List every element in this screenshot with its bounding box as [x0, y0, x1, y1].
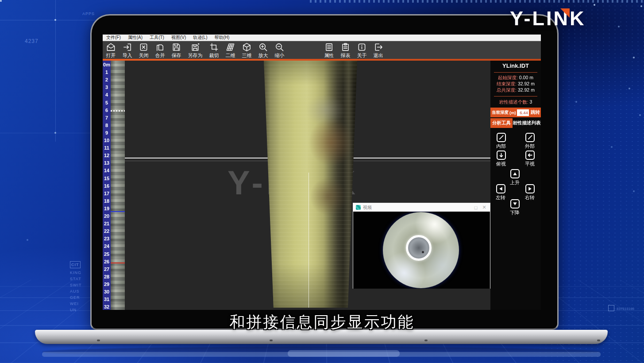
zoom-in-button[interactable]: 放大	[255, 42, 271, 59]
ruler-label: 9	[103, 130, 111, 136]
merge-icon	[155, 42, 165, 52]
ruler-label: 27	[103, 266, 111, 272]
borehole-cylinder-image	[264, 61, 357, 308]
move-up-button[interactable]: 上升	[505, 169, 525, 186]
report-button[interactable]: 报表	[337, 42, 354, 59]
file-title: YLink.IDT	[490, 62, 541, 69]
grid-2d-icon	[226, 42, 235, 52]
ruler-label: 22	[103, 228, 111, 234]
up-arrow-icon	[510, 169, 520, 178]
properties-button[interactable]: 属性	[321, 42, 337, 59]
core-image-strip	[111, 61, 125, 310]
background-label-apps: APPS	[82, 12, 95, 16]
ruler-label: 30	[103, 289, 111, 295]
save-icon	[172, 42, 181, 52]
zoom-in-icon	[258, 42, 268, 52]
interior-view-button[interactable]: 内部	[491, 133, 511, 150]
merge-button[interactable]: 合并	[152, 42, 168, 59]
crosshair-vertical-line	[309, 173, 309, 308]
menu-item-help[interactable]: 帮助(H)	[211, 35, 233, 41]
litho-count-row: 岩性描述个数: 3	[490, 99, 541, 105]
ruler-label: 0m	[103, 62, 111, 68]
blue-depth-marker	[111, 211, 125, 212]
ruler-label: 2	[103, 77, 111, 83]
ruler-label: 14	[103, 168, 111, 174]
divider	[494, 96, 537, 97]
level-view-button[interactable]: 平视	[520, 151, 540, 167]
background-label-4237: 4237	[25, 38, 39, 44]
menu-item-view[interactable]: 视图(V)	[168, 35, 189, 41]
save-button[interactable]: 保存	[168, 42, 185, 59]
current-depth-input[interactable]	[517, 109, 529, 116]
edit-exterior-icon	[525, 133, 535, 142]
view-3d-button[interactable]: 三维	[239, 42, 255, 59]
menu-item-attribute[interactable]: 属性(A)	[124, 35, 146, 41]
open-button[interactable]: 打开	[103, 42, 119, 59]
close-icon[interactable]: ✕	[481, 205, 487, 210]
edit-interior-icon	[497, 133, 506, 142]
top-view-button[interactable]: 俯视	[491, 151, 511, 167]
current-depth-marker	[111, 110, 125, 112]
close-file-button[interactable]: 关闭	[135, 42, 152, 59]
video-app-icon	[356, 205, 361, 210]
borehole-camera-circle	[383, 212, 459, 288]
save-as-icon	[191, 42, 200, 52]
ruler-label: 6	[103, 108, 111, 113]
crop-button[interactable]: 裁切	[206, 42, 222, 59]
zoom-out-button[interactable]: 缩小	[271, 42, 288, 59]
panel-tabs: 分析工具 岩性描述列表	[490, 118, 541, 128]
crop-icon	[209, 42, 219, 52]
ruler-label: 19	[103, 206, 111, 212]
ruler-label: 16	[103, 183, 111, 189]
about-button[interactable]: 关于	[354, 42, 370, 59]
ruler-label: 8	[103, 123, 111, 128]
open-icon	[106, 42, 116, 52]
tab-analysis-tools[interactable]: 分析工具	[490, 118, 513, 128]
ruler-label: 32	[103, 304, 111, 310]
right-panel: YLink.IDT 起始深度: 0.00 m 结束深度: 32.92 m 总共深…	[490, 61, 541, 310]
report-icon	[341, 42, 350, 52]
view-2d-button[interactable]: 二维	[222, 42, 239, 59]
ruler-label: 10	[103, 138, 111, 143]
menu-item-track[interactable]: 轨迹(L)	[189, 35, 211, 41]
current-depth-bar: 当前深度 (m) 跳转	[490, 108, 541, 117]
video-window-titlebar[interactable]: 视频 □ ✕	[353, 203, 490, 212]
brand-logo: Y-LINK	[510, 7, 586, 30]
ruler-label: 13	[103, 160, 111, 166]
ruler-label: 24	[103, 243, 111, 249]
import-button[interactable]: 导入	[119, 42, 135, 59]
video-window[interactable]: 视频 □ ✕	[353, 203, 490, 289]
ruler-label: 15	[103, 176, 111, 182]
ruler-label: 12	[103, 153, 111, 158]
laptop-reflection-strip	[42, 352, 601, 357]
divider	[494, 72, 537, 73]
info-row: 总共深度: 32.92 m	[490, 87, 541, 93]
ruler-label: 31	[103, 297, 111, 302]
menu-item-tools[interactable]: 工具(T)	[146, 35, 168, 41]
ruler-label: 1	[103, 70, 111, 75]
save-as-button[interactable]: 另存为	[185, 42, 206, 59]
tab-lithology-list[interactable]: 岩性描述列表	[513, 118, 541, 128]
jump-button[interactable]: 跳转	[531, 109, 540, 116]
rotate-right-button[interactable]: 右转	[520, 184, 540, 201]
top-view-icon	[497, 151, 506, 160]
borehole-center-ring	[406, 235, 432, 261]
menu-item-file[interactable]: 文件(F)	[103, 35, 124, 41]
red-depth-marker	[111, 263, 125, 263]
maximize-icon[interactable]: □	[473, 205, 479, 210]
borehole-center-dot	[422, 251, 424, 253]
toolbar: 打开 导入 关闭 合并 保存 另存为	[103, 41, 541, 59]
exit-icon	[374, 42, 383, 52]
background-dash-row	[310, 0, 644, 3]
close-file-icon	[139, 42, 148, 52]
exit-button[interactable]: 退出	[370, 42, 386, 59]
exterior-view-button[interactable]: 外部	[520, 133, 540, 150]
borehole-3d-viewport[interactable]: Y-LINK 视频 □ ✕	[125, 61, 490, 310]
level-view-icon	[525, 151, 535, 160]
rotate-left-button[interactable]: 左转	[490, 184, 511, 201]
info-row: 结束深度: 32.92 m	[490, 81, 541, 87]
move-down-button[interactable]: 下降	[505, 199, 525, 216]
background-label-serial: 837513165	[617, 307, 634, 311]
right-arrow-icon	[525, 184, 535, 193]
ruler-label: 3	[103, 85, 111, 90]
